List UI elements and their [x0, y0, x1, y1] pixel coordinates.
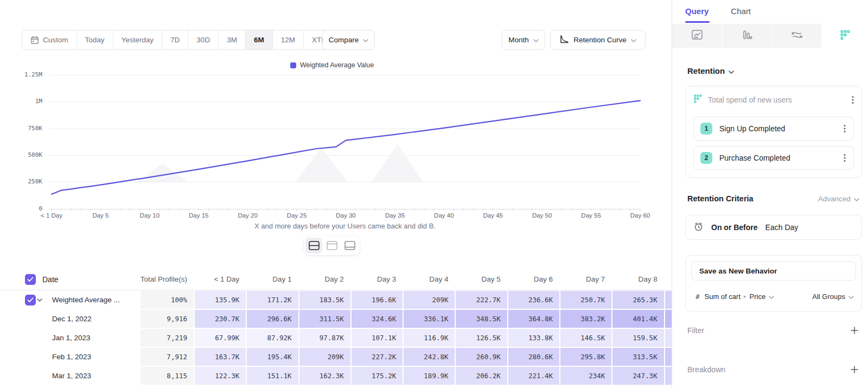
y-axis-tick-label: 500K — [9, 151, 42, 158]
tab-chart[interactable]: Chart — [731, 7, 751, 16]
tab-retention[interactable] — [821, 24, 868, 48]
save-as-new-behavior-button[interactable]: Save as New Behavior — [691, 261, 856, 281]
retention-value-cell: 146.5K — [559, 329, 611, 348]
gridline — [49, 101, 640, 102]
retention-value-cell: 183.5K — [298, 291, 350, 310]
tab-flows[interactable] — [771, 24, 821, 48]
retention-value-cell: 265.3K — [611, 291, 663, 310]
x-axis-tick-label: Day 10 — [127, 212, 173, 219]
tab-query[interactable]: Query — [685, 7, 709, 16]
range-30d[interactable]: 30D — [188, 30, 218, 49]
table-row[interactable]: Mar 1, 20238,115122.3K151.1K162.3K175.2K… — [0, 367, 672, 386]
x-axis-tick-label: Day 25 — [274, 212, 320, 219]
retention-value-cell: 162.3K — [298, 367, 350, 386]
range-6m[interactable]: 6M — [245, 30, 272, 49]
overflow-value-cell — [664, 291, 672, 310]
bars-icon — [742, 29, 752, 42]
layout-split-view-button[interactable] — [305, 238, 322, 253]
table-header-row: DateTotal Profile(s)< 1 DayDay 1Day 2Day… — [0, 269, 672, 290]
granularity-dropdown[interactable]: Month — [502, 30, 545, 50]
chart-legend[interactable]: Weighted Average Value — [0, 61, 664, 69]
retention-section-label: Retention — [687, 66, 725, 75]
column-header: Day 3 — [350, 275, 403, 283]
step-number-badge: 1 — [700, 123, 712, 135]
chart-type-dropdown[interactable]: Retention Curve — [550, 30, 646, 50]
range-label: 30D — [196, 36, 210, 44]
kebab-menu-icon[interactable] — [843, 152, 847, 163]
timing-mode: On or Before — [711, 223, 758, 232]
select-all-checkbox[interactable] — [25, 274, 36, 285]
tab-insights[interactable] — [672, 24, 722, 48]
range-today[interactable]: Today — [76, 30, 113, 49]
total-profiles-cell: 9,916 — [139, 310, 194, 329]
y-axis-tick-label: 250K — [9, 178, 42, 185]
layout-toggle-group — [304, 236, 360, 255]
column-header-date: Date — [42, 275, 59, 284]
add-filter-button[interactable] — [851, 327, 858, 334]
step-row-1[interactable]: 1 Sign Up Completed — [693, 117, 854, 141]
behavior-header[interactable]: Total spend of new users — [693, 93, 855, 107]
range-label: Today — [85, 36, 105, 44]
layout-table-bottom-view-button[interactable] — [341, 238, 358, 253]
retention-value-cell: 87.92K — [246, 329, 298, 348]
retention-value-cell: 250.7K — [559, 291, 611, 310]
chevron-down-icon — [729, 66, 734, 75]
range-12m[interactable]: 12M — [272, 30, 303, 49]
table-row[interactable]: Jan 1, 20237,21967.99K87.92K97.87K107.1K… — [0, 329, 672, 348]
kebab-menu-icon[interactable] — [843, 123, 847, 134]
range-yesterday[interactable]: Yesterday — [113, 30, 162, 49]
tab-funnels[interactable] — [722, 24, 772, 48]
row-checkbox[interactable] — [25, 295, 36, 306]
range-label: Yesterday — [122, 36, 154, 44]
add-breakdown-button[interactable] — [851, 366, 858, 373]
retention-value-cell: 97.87K — [298, 329, 350, 348]
range-7d[interactable]: 7D — [162, 30, 188, 49]
column-header: Day 2 — [298, 275, 350, 283]
x-axis-tick-label: Day 40 — [421, 212, 467, 219]
column-header: Total Profile(s) — [139, 275, 194, 283]
range-custom[interactable]: Custom — [22, 30, 76, 49]
group-dropdown[interactable]: All Groups — [812, 292, 854, 301]
table-row[interactable]: Weighted Average ...100%135.9K171.2K183.… — [0, 291, 672, 310]
layout-split-view-icon — [309, 241, 320, 250]
retention-section-dropdown[interactable]: Retention — [687, 66, 734, 75]
table-row[interactable]: Feb 1, 20237,912163.7K195.4K209K227.2K24… — [0, 348, 672, 367]
layout-chart-top-view-button[interactable] — [323, 238, 340, 253]
chevron-down-icon[interactable] — [37, 298, 42, 302]
row-label: Mar 1, 2023 — [0, 372, 91, 380]
kebab-menu-icon[interactable] — [851, 94, 855, 105]
report-type-bar — [672, 24, 868, 48]
chevron-down-icon — [631, 36, 636, 44]
row-label: Dec 1, 2022 — [0, 315, 92, 323]
legend-swatch — [290, 62, 296, 68]
chart-type-label: Retention Curve — [573, 36, 627, 44]
retention-line-series — [52, 100, 640, 194]
calendar-icon — [30, 36, 39, 44]
retention-value-cell: 348.5K — [455, 310, 507, 329]
retention-timing-card[interactable]: On or Before Each Day — [685, 215, 862, 240]
retention-value-cell: 336.1K — [403, 310, 455, 329]
retention-value-cell: 67.99K — [194, 329, 246, 348]
retention-criteria-label: Retention Criteria — [687, 194, 754, 203]
step-number-badge: 2 — [700, 152, 712, 164]
table-row[interactable]: Dec 1, 20229,916230.7K296.6K311.5K324.6K… — [0, 310, 672, 329]
retention-value-cell: 206.2K — [455, 367, 507, 386]
property-dropdown[interactable]: Sum of cart ▸ Price — [705, 292, 775, 301]
range-3m[interactable]: 3M — [218, 30, 245, 49]
retention-value-cell: 313.5K — [611, 348, 663, 367]
retention-value-cell: 296.6K — [246, 310, 298, 329]
compare-button[interactable]: Compare — [322, 30, 375, 50]
retention-value-cell: 364.8K — [507, 310, 559, 329]
x-axis-caption: X and more days before your Users came b… — [20, 222, 671, 230]
layout-chart-top-view-icon — [327, 241, 337, 250]
flows-icon — [791, 29, 803, 42]
retention-value-cell: 195.4K — [246, 348, 298, 367]
measurement-property-row: # Sum of cart ▸ Price All Groups — [695, 284, 854, 309]
retention-value-cell: 383.2K — [559, 310, 611, 329]
advanced-dropdown[interactable]: Advanced — [818, 195, 859, 203]
x-axis-tick-label: Day 60 — [617, 212, 663, 219]
chevron-down-icon — [769, 292, 774, 301]
step-row-2[interactable]: 2 Purchase Completed — [693, 146, 854, 170]
property-name: Sum of cart — [705, 292, 741, 301]
column-header: Day 6 — [507, 275, 559, 283]
